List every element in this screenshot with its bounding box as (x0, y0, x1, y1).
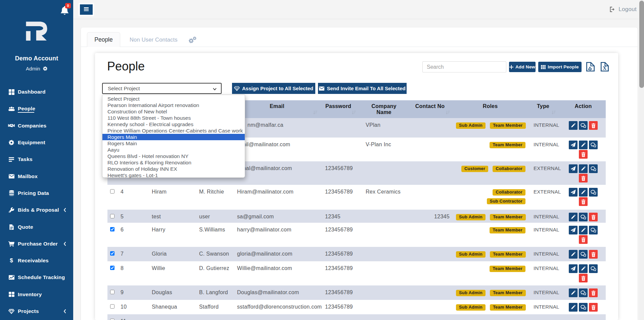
svg-text:X: X (603, 65, 607, 71)
